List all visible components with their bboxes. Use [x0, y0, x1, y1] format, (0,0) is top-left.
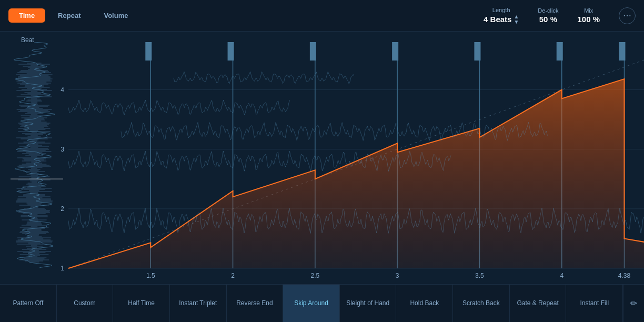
length-param: Length 4 Beats ▲▼ [484, 7, 519, 25]
preset-btn-instant-fill[interactable]: Instant Fill [566, 285, 623, 322]
preset-btn-half-time[interactable]: Half Time [113, 285, 170, 322]
waveform-canvas [0, 32, 644, 284]
preset-btn-gate-&-repeat[interactable]: Gate & Repeat [510, 285, 567, 322]
param-controls: Length 4 Beats ▲▼ De-click 50 % Mix 100 … [484, 7, 636, 25]
declick-label: De-click [538, 7, 558, 14]
length-arrows: ▲▼ [514, 14, 519, 25]
preset-btn-scratch-back[interactable]: Scratch Back [453, 285, 510, 322]
mix-value[interactable]: 100 % [577, 15, 600, 24]
mix-param: Mix 100 % [577, 7, 600, 24]
declick-param: De-click 50 % [538, 7, 558, 24]
main-chart-area [0, 32, 644, 284]
preset-btn-skip-around[interactable]: Skip Around [283, 285, 340, 322]
preset-btn-custom[interactable]: Custom [57, 285, 114, 322]
more-button[interactable]: ⋯ [619, 7, 636, 24]
top-bar: Time Repeat Volume Length 4 Beats ▲▼ De-… [0, 0, 644, 32]
preset-btn-hold-back[interactable]: Hold Back [396, 285, 453, 322]
preset-btn-pattern-off[interactable]: Pattern Off [0, 285, 57, 322]
tab-volume[interactable]: Volume [93, 8, 138, 23]
preset-btn-reverse-end[interactable]: Reverse End [227, 285, 284, 322]
tab-repeat[interactable]: Repeat [47, 8, 91, 23]
tab-time[interactable]: Time [8, 8, 45, 23]
length-label: Length [492, 7, 510, 13]
pencil-button[interactable]: ✏ [623, 285, 644, 322]
preset-btn-sleight-of-hand[interactable]: Sleight of Hand [340, 285, 397, 322]
declick-value[interactable]: 50 % [539, 15, 557, 24]
length-value[interactable]: 4 Beats ▲▼ [484, 14, 519, 25]
preset-btn-instant-triplet[interactable]: Instant Triplet [170, 285, 227, 322]
mix-label: Mix [584, 7, 593, 14]
bottom-preset-bar: Pattern OffCustomHalf TimeInstant Triple… [0, 284, 644, 322]
